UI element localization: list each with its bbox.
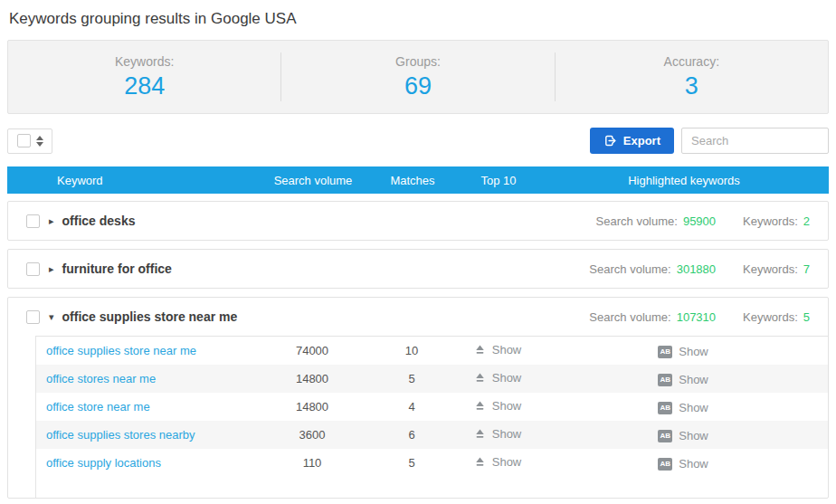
ab-badge-icon: AB (658, 346, 672, 358)
expand-icon[interactable]: ▸ (49, 264, 54, 274)
matches-cell: 6 (366, 428, 457, 442)
keyword-row: office stores near me 14800 5 Show AB Sh… (36, 365, 828, 393)
column-header-search-volume[interactable]: Search volume (259, 174, 367, 187)
dropdown-arrows-icon[interactable] (36, 136, 43, 147)
highlighted-show-button[interactable]: AB Show (658, 457, 708, 471)
stat-value: 69 (404, 72, 432, 100)
column-header-highlighted-keywords[interactable]: Highlighted keywords (539, 174, 829, 187)
group-card-office-supplies-store-near-me: ▾ office supplies store near me Search v… (7, 297, 829, 499)
matches-cell: 5 (366, 456, 457, 470)
search-volume-cell: 14800 (258, 400, 366, 414)
select-all-checkbox[interactable] (17, 134, 31, 147)
stat-value: 284 (124, 72, 165, 100)
eject-icon (474, 400, 486, 412)
keyword-link[interactable]: office supply locations (46, 456, 161, 470)
collapse-icon[interactable]: ▾ (49, 312, 54, 322)
stat-label: Groups: (395, 54, 441, 69)
group-card-furniture-for-office: ▸ furniture for office Search volume: 30… (7, 249, 829, 289)
search-volume-label: Search volume: (589, 262, 670, 276)
stat-groups: Groups: 69 (280, 52, 554, 101)
show-label: Show (492, 399, 522, 413)
search-input[interactable] (681, 128, 829, 154)
column-header-keyword[interactable]: Keyword (7, 174, 259, 187)
ab-badge-icon: AB (658, 458, 672, 471)
stat-value: 3 (685, 72, 698, 100)
group-header[interactable]: ▸ office desks Search volume: 95900 Keyw… (8, 202, 828, 240)
keyword-rows: office supplies store near me 74000 10 S… (35, 336, 828, 498)
arrow-down-icon (36, 142, 43, 147)
keyword-link[interactable]: office supplies store near me (46, 344, 196, 357)
eject-icon (474, 344, 486, 356)
keyword-row: office supplies store near me 74000 10 S… (36, 337, 828, 365)
stat-accuracy: Accuracy: 3 (555, 52, 828, 101)
keywords-count-label: Keywords: (743, 310, 798, 324)
highlighted-show-button[interactable]: AB Show (658, 373, 708, 386)
group-header[interactable]: ▸ furniture for office Search volume: 30… (8, 250, 828, 288)
top10-show-button[interactable]: Show (474, 371, 522, 385)
matches-cell: 5 (366, 372, 457, 385)
search-volume-cell: 74000 (258, 344, 366, 357)
group-card-office-desks: ▸ office desks Search volume: 95900 Keyw… (7, 201, 829, 241)
keywords-count-value: 5 (803, 310, 810, 324)
highlighted-show-button[interactable]: AB Show (658, 429, 708, 442)
search-volume-value: 301880 (677, 262, 716, 276)
ab-badge-icon: AB (658, 374, 672, 386)
export-button[interactable]: Export (590, 128, 674, 154)
keywords-grouping-page: Keywords grouping results in Google USA … (0, 0, 836, 504)
highlighted-show-button[interactable]: AB Show (658, 345, 708, 358)
top10-show-button[interactable]: Show (474, 427, 522, 441)
select-all-control[interactable] (7, 128, 52, 154)
search-volume-label: Search volume: (589, 310, 670, 324)
group-checkbox[interactable] (26, 310, 40, 324)
column-header-matches[interactable]: Matches (367, 174, 458, 187)
expand-icon[interactable]: ▸ (49, 216, 54, 226)
page-title: Keywords grouping results in Google USA (9, 10, 829, 28)
keywords-count-value: 2 (803, 214, 810, 228)
group-checkbox[interactable] (26, 214, 40, 228)
top10-show-button[interactable]: Show (474, 343, 522, 357)
stat-keywords: Keywords: 284 (8, 52, 280, 101)
keyword-row: office supplies stores nearby 3600 6 Sho… (36, 421, 828, 449)
show-label: Show (492, 455, 522, 469)
show-label: Show (679, 429, 708, 442)
keywords-count-value: 7 (803, 262, 810, 276)
keyword-row: office supply locations 110 5 Show AB Sh… (36, 449, 828, 477)
column-header-top10[interactable]: Top 10 (458, 174, 539, 187)
show-label: Show (679, 457, 708, 471)
keywords-count-label: Keywords: (743, 262, 798, 276)
show-label: Show (492, 427, 522, 441)
eject-icon (474, 456, 486, 468)
ab-badge-icon: AB (658, 430, 672, 442)
matches-cell: 4 (366, 400, 457, 414)
group-name[interactable]: furniture for office (62, 262, 172, 276)
export-icon (603, 134, 617, 147)
export-label: Export (623, 134, 660, 147)
eject-icon (474, 372, 486, 384)
keyword-link[interactable]: office store near me (46, 400, 150, 414)
keywords-count-label: Keywords: (743, 214, 798, 228)
stats-bar: Keywords: 284 Groups: 69 Accuracy: 3 (7, 40, 829, 114)
stat-label: Keywords: (115, 54, 174, 69)
table-header: Keyword Search volume Matches Top 10 Hig… (7, 166, 829, 194)
show-label: Show (492, 371, 522, 385)
group-meta: Search volume: 107310 Keywords: 5 (589, 310, 810, 324)
group-checkbox[interactable] (26, 262, 40, 276)
search-volume-label: Search volume: (596, 214, 678, 228)
group-name[interactable]: office supplies store near me (62, 309, 238, 324)
top10-show-button[interactable]: Show (474, 455, 522, 469)
keyword-row: office store near me 14800 4 Show AB Sho… (36, 393, 828, 421)
arrow-up-icon (36, 136, 43, 140)
ab-badge-icon: AB (658, 402, 672, 414)
keyword-link[interactable]: office stores near me (46, 372, 156, 385)
keyword-link[interactable]: office supplies stores nearby (46, 428, 195, 442)
highlighted-show-button[interactable]: AB Show (658, 401, 708, 414)
group-name[interactable]: office desks (62, 214, 136, 228)
search-volume-cell: 14800 (258, 372, 366, 385)
search-volume-value: 95900 (683, 214, 716, 228)
search-volume-cell: 110 (258, 456, 366, 470)
group-header[interactable]: ▾ office supplies store near me Search v… (8, 298, 828, 336)
search-volume-cell: 3600 (258, 428, 366, 442)
eject-icon (474, 428, 486, 440)
search-volume-value: 107310 (677, 310, 716, 324)
top10-show-button[interactable]: Show (474, 399, 522, 413)
